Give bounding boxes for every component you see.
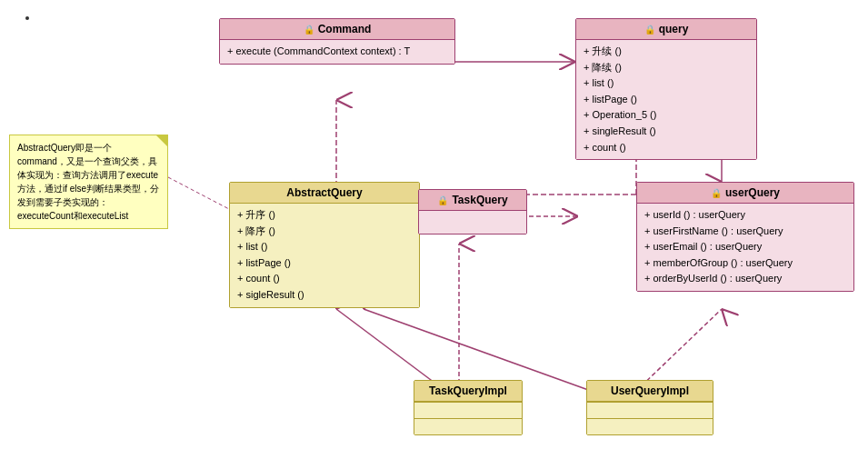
query-m0: + 升续 () [584,44,749,60]
aq-m0: + 升序 () [237,207,412,224]
user-query-body: + userId () : userQuery + userFirstName … [637,204,853,291]
query-body: + 升续 () + 降续 () + list () + listPage () … [576,40,756,159]
query-m1: + 降续 () [584,60,749,76]
query-m3: + listPage () [584,92,749,108]
task-query-impl-title: TaskQueryImpl [429,384,507,397]
uq-m0: + userId () : userQuery [644,207,846,224]
user-query-impl-title: UserQueryImpl [611,384,689,397]
abstract-query-header: AbstractQuery [230,183,419,204]
svg-line-9 [636,309,722,391]
user-impl-s2 [587,418,713,434]
aq-m3: + listPage () [237,255,412,272]
query-m5: + singleResult () [584,124,749,140]
task-query-title: TaskQuery [452,194,507,206]
user-query-impl-box[interactable]: UserQueryImpl [586,380,713,435]
query-m2: + list () [584,75,749,92]
aq-m1: + 降序 () [237,224,412,240]
task-query-impl-header: TaskQueryImpl [414,381,522,402]
aq-m2: + list () [237,239,412,255]
diagram-canvas: 🔒 Command + execute (CommandContext cont… [0,0,868,459]
svg-line-8 [364,309,591,391]
uq-m4: + orderByUserId () : userQuery [644,271,846,287]
command-method-1: + execute (CommandContext context) : T [227,44,447,60]
uq-m1: + userFirstName () : userQuery [644,224,846,240]
task-query-box[interactable]: 🔒 TaskQuery [418,189,527,234]
command-box[interactable]: 🔒 Command + execute (CommandContext cont… [219,18,455,65]
abstract-query-title: AbstractQuery [286,186,362,199]
command-header: 🔒 Command [220,19,454,40]
tq-lock-icon: 🔒 [437,195,448,205]
user-impl-s1 [587,402,713,418]
dot-marker [25,16,29,20]
query-box[interactable]: 🔒 query + 升续 () + 降续 () + list () + list… [575,18,757,160]
abstract-query-body: + 升序 () + 降序 () + list () + listPage () … [230,204,419,307]
command-title: Command [318,23,372,35]
task-query-impl-box[interactable]: TaskQueryImpl [414,380,523,435]
abstract-query-box[interactable]: AbstractQuery + 升序 () + 降序 () + list () … [229,182,420,308]
svg-line-6 [336,309,445,391]
user-query-impl-header: UserQueryImpl [587,381,713,402]
note-box: AbstractQuery即是一个command，又是一个查询父类，具体实现为：… [9,135,168,229]
task-query-body [419,211,526,234]
task-query-header: 🔒 TaskQuery [419,190,526,211]
uq-lock-icon: 🔒 [711,188,722,198]
user-query-box[interactable]: 🔒 userQuery + userId () : userQuery + us… [636,182,854,292]
query-title: query [659,23,689,35]
uq-m3: + memberOfGroup () : userQuery [644,255,846,272]
query-header: 🔒 query [576,19,756,40]
query-m6: + count () [584,140,749,156]
aq-m4: + count () [237,271,412,287]
query-m4: + Operation_5 () [584,107,749,124]
aq-m5: + sigleResult () [237,287,412,304]
note-text: AbstractQuery即是一个command，又是一个查询父类，具体实现为：… [17,143,159,221]
command-body: + execute (CommandContext context) : T [220,40,454,64]
task-impl-s2 [414,418,522,434]
user-query-header: 🔒 userQuery [637,183,853,204]
query-lock-icon: 🔒 [644,25,655,35]
user-query-title: userQuery [725,186,780,199]
task-impl-s1 [414,402,522,418]
svg-line-10 [168,177,229,209]
lock-icon: 🔒 [304,25,314,35]
uq-m2: + userEmail () : userQuery [644,239,846,255]
